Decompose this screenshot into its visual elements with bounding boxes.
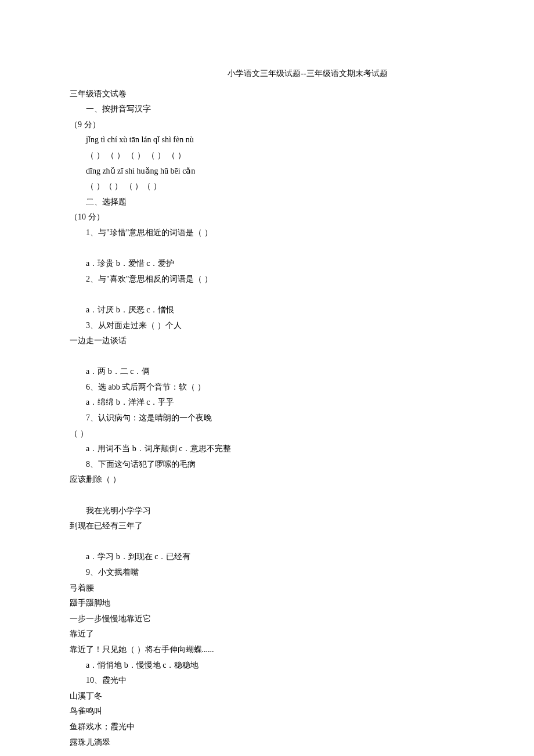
question-7-tail: （ ） [70,426,464,442]
question-9-l5: 靠近了 [70,627,464,642]
question-9-l4: 一步一步慢慢地靠近它 [70,611,464,627]
pinyin-row1: jǐng tì chí xù tān lán qǐ shì fèn nù [70,132,464,148]
question-6-options: a．绵绵 b．洋洋 c．乎乎 [70,395,464,411]
question-9-l6: 靠近了！只见她（ ）将右手伸向蝴蝶...... [70,642,464,658]
question-9: 9、小文抿着嘴 [70,565,464,581]
question-6: 6、选 abb 式后两个音节：软（ ） [70,380,464,395]
question-8: 8、下面这句话犯了啰嗦的毛病 [70,457,464,473]
question-10-l4: 鱼群戏水；霞光中 [70,719,464,735]
section2-heading: 二、选择题 [70,195,464,210]
question-1: 1、与"珍惜"意思相近的词语是（ ） [70,225,464,241]
blanks-row1: （ ） （ ） （ ） （ ） （ ） [70,148,464,164]
question-8-line1: 我在光明小学学习 [70,503,464,519]
question-7: 7、认识病句：这是晴朗的一个夜晚 [70,411,464,426]
question-3-options: a．两 b．二 c．俩 [70,364,464,380]
question-10-l2: 山溪丁冬 [70,689,464,704]
question-10-l3: 鸟雀鸣叫 [70,704,464,719]
question-7-options: a．用词不当 b．词序颠倒 c．意思不完整 [70,441,464,457]
question-3-tail: 一边走一边谈话 [70,333,464,349]
question-2: 2、与"喜欢"意思相反的词语是（ ） [70,272,464,287]
question-8-tail: 应该删除（ ） [70,472,464,488]
question-3: 3、从对面走过来（ ）个人 [70,318,464,334]
question-8-line2: 到现在已经有三年了 [70,519,464,534]
section2-points: （10 分） [70,210,464,225]
section1-heading: 一、按拼音写汉字 [70,102,464,117]
question-1-options: a．珍贵 b．爱惜 c．爱护 [70,256,464,272]
subtitle: 三年级语文试卷 [70,87,464,102]
document-title: 小学语文三年级试题--三年级语文期末考试题 [70,66,464,82]
question-9-l2: 弓着腰 [70,581,464,596]
question-8-options: a．学习 b．到现在 c．已经有 [70,549,464,565]
blanks-row2: （ ）（ ） （ ）（ ） [70,179,464,195]
question-9-l3: 蹑手蹑脚地 [70,596,464,611]
question-10-l5: 露珠儿滴翠 [70,735,464,751]
question-10: 10、霞光中 [70,673,464,689]
section1-points: （9 分） [70,117,464,133]
pinyin-row2: dīng zhǔ zī shì huǎng hū bēi cǎn [70,164,464,179]
question-9-options: a．悄悄地 b．慢慢地 c．稳稳地 [70,658,464,674]
question-2-options: a．讨厌 b．厌恶 c．憎恨 [70,303,464,318]
